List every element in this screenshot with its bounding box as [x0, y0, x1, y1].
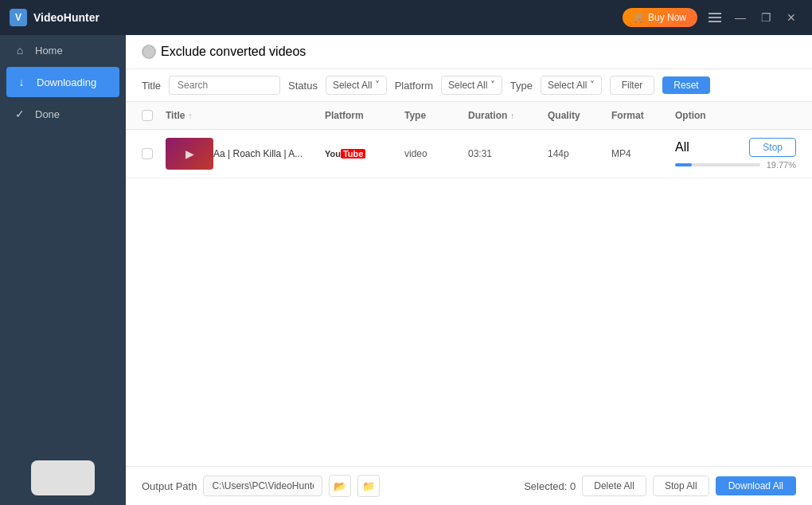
type-filter-label: Type	[510, 80, 533, 92]
minimize-button[interactable]: —	[729, 6, 751, 29]
content-area: Exclude converted videos Title Status Se…	[126, 35, 812, 505]
video-type: video	[404, 148, 468, 159]
bottom-bar: Output Path 📂 📁 Selected: 0 Delete All S…	[126, 466, 812, 505]
app-brand: V VideoHunter	[10, 9, 100, 26]
col-header-format: Format	[611, 110, 675, 121]
folder-open-button[interactable]: 📂	[329, 475, 351, 497]
progress-percent: 19.77%	[767, 160, 796, 170]
progress-bar-fill	[675, 163, 692, 166]
video-option: All Stop 19.77%	[675, 138, 796, 170]
avatar	[31, 460, 95, 495]
filter-bar: Title Status Select All ˅ Platform Selec…	[126, 69, 812, 102]
col-header-duration: Duration ↑	[468, 110, 548, 121]
table-header: Title ↑ Platform Type Duration ↑ Quality…	[126, 102, 812, 130]
status-filter-label: Status	[288, 80, 318, 92]
sidebar-item-downloading-label: Downloading	[37, 76, 96, 88]
option-all-label: All	[675, 140, 689, 155]
download-all-button[interactable]: Download All	[716, 476, 796, 495]
home-icon: ⌂	[13, 43, 27, 57]
stop-button[interactable]: Stop	[749, 138, 796, 157]
exclude-label: Exclude converted videos	[161, 45, 306, 59]
folder-browse-icon: 📁	[362, 480, 375, 492]
output-path-label: Output Path	[142, 480, 197, 492]
video-format: MP4	[611, 148, 675, 159]
col-header-type: Type	[404, 110, 468, 121]
filter-button[interactable]: Filter	[610, 76, 655, 95]
status-select-label: Select All ˅	[333, 80, 380, 91]
sidebar-item-done[interactable]: ✓ Done	[0, 99, 126, 129]
table-row: Aa | Roach Killa | A... YouTube video 03…	[126, 130, 812, 178]
search-input[interactable]	[169, 76, 280, 95]
progress-area: 19.77%	[675, 160, 796, 170]
window-controls: — ❐ ✕	[704, 6, 802, 29]
col-header-option: Option	[675, 110, 796, 121]
progress-bar-bg	[675, 163, 760, 166]
platform-select-label: Select All ˅	[448, 80, 495, 91]
col-header-platform: Platform	[325, 110, 404, 121]
sidebar-item-done-label: Done	[35, 108, 60, 120]
video-duration: 03:31	[468, 148, 548, 159]
duration-sort-icon[interactable]: ↑	[510, 112, 514, 120]
app-logo: V	[10, 9, 27, 26]
output-path-input[interactable]	[203, 476, 322, 496]
stop-all-button[interactable]: Stop All	[653, 476, 709, 496]
folder-browse-button[interactable]: 📁	[357, 475, 380, 497]
folder-open-icon: 📂	[334, 480, 346, 492]
maximize-button[interactable]: ❐	[755, 6, 777, 29]
type-select-label: Select All ˅	[548, 80, 595, 91]
platform-filter-label: Platform	[395, 80, 433, 92]
delete-all-button[interactable]: Delete All	[582, 476, 646, 496]
row-checkbox[interactable]	[142, 148, 153, 159]
status-select[interactable]: Select All ˅	[326, 76, 387, 95]
close-button[interactable]: ✕	[780, 6, 802, 29]
toggle-icon	[142, 45, 156, 59]
sidebar-item-downloading[interactable]: ↓ Downloading	[6, 67, 119, 97]
hamburger-menu-button[interactable]	[704, 6, 726, 29]
buy-now-button[interactable]: 🛒 Buy Now	[623, 8, 697, 27]
col-header-title: Title ↑	[166, 110, 325, 121]
done-icon: ✓	[13, 107, 27, 121]
title-sort-icon[interactable]: ↑	[188, 112, 192, 120]
app-title: VideoHunter	[33, 11, 100, 24]
title-bar: V VideoHunter 🛒 Buy Now — ❐ ✕	[0, 0, 812, 35]
sidebar-item-home[interactable]: ⌂ Home	[0, 35, 126, 65]
main-layout: ⌂ Home ↓ Downloading ✓ Done Exclude conv…	[0, 35, 812, 505]
col-header-quality: Quality	[548, 110, 611, 121]
hamburger-icon	[709, 13, 721, 22]
exclude-toggle[interactable]: Exclude converted videos	[142, 45, 306, 59]
sidebar-bottom	[0, 451, 126, 505]
reset-button[interactable]: Reset	[662, 76, 709, 94]
download-table: Title ↑ Platform Type Duration ↑ Quality…	[126, 102, 812, 466]
video-quality: 144p	[548, 148, 611, 159]
bottom-right-actions: Selected: 0 Delete All Stop All Download…	[524, 476, 796, 496]
top-bar: Exclude converted videos	[126, 35, 812, 69]
select-all-checkbox[interactable]	[142, 110, 153, 121]
output-path-area: Output Path 📂 📁	[142, 475, 380, 497]
video-title: Aa | Roach Killa | A...	[213, 148, 325, 159]
title-filter-label: Title	[142, 80, 161, 92]
video-thumbnail	[166, 138, 213, 170]
sidebar: ⌂ Home ↓ Downloading ✓ Done	[0, 35, 126, 505]
type-select[interactable]: Select All ˅	[541, 76, 602, 95]
selected-count-label: Selected: 0	[524, 480, 576, 492]
youtube-logo: YouTube	[325, 149, 365, 159]
sidebar-item-home-label: Home	[35, 45, 63, 57]
download-icon: ↓	[14, 75, 29, 89]
platform-select[interactable]: Select All ˅	[441, 76, 502, 95]
video-platform: YouTube	[325, 149, 404, 159]
